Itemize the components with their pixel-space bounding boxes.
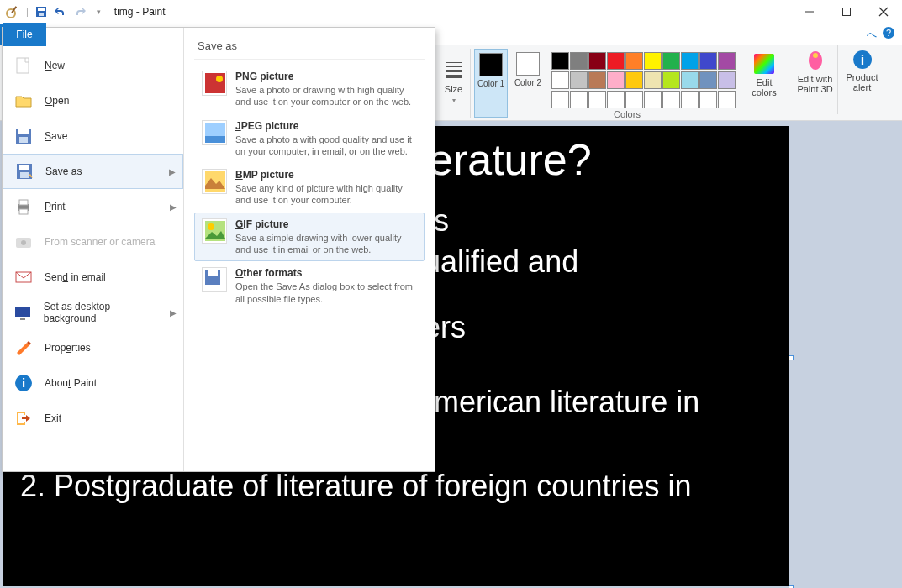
quick-access-toolbar: | ▾ [0,3,108,20]
save-icon[interactable] [33,3,50,20]
palette-swatch-empty[interactable] [625,91,643,108]
svg-rect-21 [20,172,29,178]
palette-swatch[interactable] [644,71,662,89]
palette-swatch[interactable] [625,71,643,89]
saveas-option-1[interactable]: JPEG picture Save a photo a with good qu… [194,114,425,164]
palette-swatch[interactable] [681,52,699,70]
file-item-props[interactable]: Properties [3,330,183,365]
color2-button[interactable]: Color 2 [511,49,545,118]
palette-swatch-empty[interactable] [718,91,736,108]
palette-swatch-empty[interactable] [551,91,569,108]
palette-swatch[interactable] [570,71,588,89]
svg-rect-18 [19,137,28,143]
desktop-icon [13,302,34,323]
file-item-desktop[interactable]: Set as desktop background ▶ [3,295,183,330]
saveas-option-3[interactable]: GIF picture Save a simple drawing with l… [194,213,425,262]
file-item-open[interactable]: Open [3,83,183,118]
paint3d-icon [804,49,827,72]
resize-handle-right[interactable] [789,355,794,360]
chevron-right-icon: ▶ [170,202,183,212]
palette-swatch[interactable] [681,71,699,89]
saveas-option-4[interactable]: Other formats Open the Save As dialog bo… [194,261,425,311]
palette-swatch-empty[interactable] [607,91,625,108]
qat-customize-icon[interactable]: ▾ [91,3,108,20]
help-icon[interactable]: ? [882,26,895,43]
palette-swatch[interactable] [662,71,680,89]
file-item-label: Print [45,201,66,213]
palette-swatch[interactable] [551,71,569,89]
palette-swatch[interactable] [699,52,717,70]
print-icon [13,196,34,218]
svg-rect-15 [17,58,29,73]
undo-icon[interactable] [52,3,69,20]
saveas-icon [202,267,227,292]
edit-3d-button[interactable]: Edit with Paint 3D [789,45,836,114]
palette-swatch-empty[interactable] [588,91,606,108]
palette-swatch[interactable] [718,71,736,89]
saveas-title: JPEG picture [235,120,417,132]
collapse-ribbon-icon[interactable]: へ [867,28,877,42]
file-menu: File New Open Save Save as ▶ Print ▶ Fro… [2,27,435,472]
file-item-label: About Paint [45,377,97,389]
palette-swatch[interactable] [607,71,625,89]
svg-line-8 [879,8,888,16]
chevron-right-icon: ▶ [170,308,183,318]
color1-label: Color 1 [477,79,504,88]
saveas-title: GIF picture [235,218,417,230]
svg-line-7 [879,8,888,16]
save-icon [13,125,34,147]
svg-rect-4 [39,13,44,16]
file-item-label: Properties [45,342,91,354]
file-item-saveas[interactable]: Save as ▶ [3,154,183,189]
file-item-exit[interactable]: Exit [3,401,183,436]
file-item-print[interactable]: Print ▶ [3,189,183,224]
chevron-right-icon: ▶ [169,167,182,176]
palette-swatch-empty[interactable] [699,91,717,108]
file-item-label: Save as [45,165,82,177]
palette-swatch[interactable] [551,52,569,70]
palette-swatch[interactable] [570,52,588,70]
saveas-option-0[interactable]: PNG picture Save a photo or drawing with… [194,65,425,114]
rainbow-icon [752,52,776,76]
svg-rect-30 [20,318,25,320]
ribbon-group-size: Size ▾ [437,45,471,120]
svg-rect-36 [205,136,225,143]
file-item-save[interactable]: Save [3,118,183,154]
svg-rect-3 [38,8,45,11]
size-button[interactable]: Size ▾ [437,49,471,118]
edit-colors-button[interactable]: Edit colors [745,49,783,118]
palette-swatch-empty[interactable] [662,91,680,108]
palette-swatch[interactable] [662,52,680,70]
file-item-label: Open [45,95,69,107]
palette-swatch[interactable] [718,52,736,70]
saveas-title: BMP picture [235,169,417,181]
redo-icon[interactable] [71,3,88,20]
palette-swatch-empty[interactable] [681,91,699,108]
palette-swatch-empty[interactable] [570,91,588,108]
saveas-option-2[interactable]: BMP picture Save any kind of picture wit… [194,163,425,213]
palette-swatch[interactable] [625,52,643,70]
close-button[interactable] [865,0,902,24]
svg-rect-24 [19,209,28,214]
file-item-about[interactable]: i About Paint [3,365,183,401]
palette-swatch[interactable] [644,52,662,70]
saveas-desc: Save a simple drawing with lower quality… [235,232,417,256]
palette-swatch-empty[interactable] [644,91,662,108]
edit-3d-label: Edit with Paint 3D [794,74,836,94]
palette-swatch[interactable] [607,52,625,70]
svg-rect-23 [19,200,28,205]
palette-swatch[interactable] [588,52,606,70]
saveas-icon [202,71,227,96]
saveas-desc: Save a photo or drawing with high qualit… [235,84,417,108]
saveas-title: PNG picture [235,71,417,82]
color1-button[interactable]: Color 1 [474,49,508,118]
file-tab-overlay[interactable]: File [3,23,46,46]
info-icon: i [852,49,873,71]
palette-swatch[interactable] [699,71,717,89]
file-item-email[interactable]: Send in email [3,260,183,295]
minimize-button[interactable] [791,0,828,24]
product-alert-button[interactable]: i Product alert [837,45,881,114]
file-item-new[interactable]: New [3,48,183,83]
palette-swatch[interactable] [588,71,606,89]
maximize-button[interactable] [828,0,865,24]
